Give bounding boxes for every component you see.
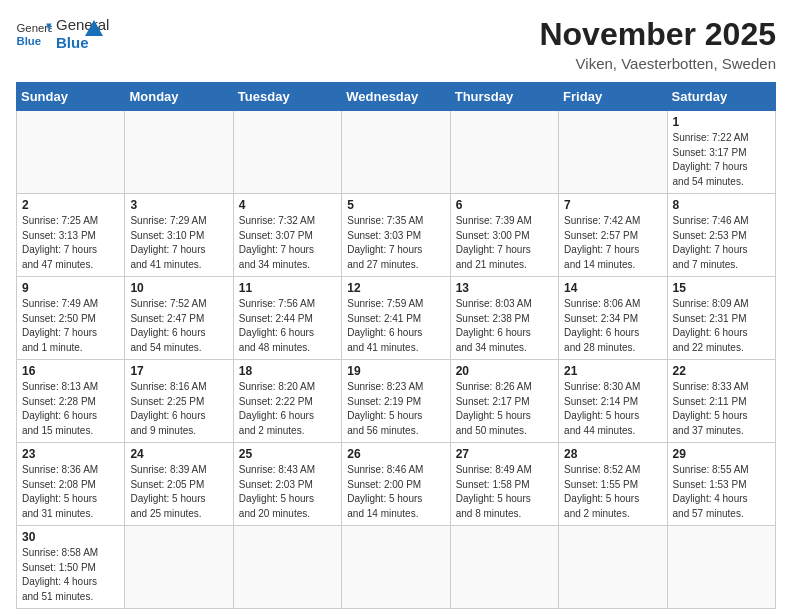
day-number: 16 [22,364,119,378]
week-row-4: 16Sunrise: 8:13 AM Sunset: 2:28 PM Dayli… [17,360,776,443]
calendar-cell [125,526,233,609]
week-row-6: 30Sunrise: 8:58 AM Sunset: 1:50 PM Dayli… [17,526,776,609]
calendar-cell: 11Sunrise: 7:56 AM Sunset: 2:44 PM Dayli… [233,277,341,360]
calendar-cell: 27Sunrise: 8:49 AM Sunset: 1:58 PM Dayli… [450,443,558,526]
day-number: 22 [673,364,770,378]
day-info: Sunrise: 7:52 AM Sunset: 2:47 PM Dayligh… [130,297,227,355]
day-info: Sunrise: 7:42 AM Sunset: 2:57 PM Dayligh… [564,214,661,272]
day-info: Sunrise: 8:03 AM Sunset: 2:38 PM Dayligh… [456,297,553,355]
day-number: 4 [239,198,336,212]
day-number: 7 [564,198,661,212]
day-info: Sunrise: 8:49 AM Sunset: 1:58 PM Dayligh… [456,463,553,521]
title-area: November 2025 Viken, Vaesterbotten, Swed… [539,16,776,72]
weekday-header-tuesday: Tuesday [233,83,341,111]
calendar-cell [559,526,667,609]
weekday-header-monday: Monday [125,83,233,111]
day-number: 24 [130,447,227,461]
weekday-header-row: SundayMondayTuesdayWednesdayThursdayFrid… [17,83,776,111]
day-number: 5 [347,198,444,212]
day-number: 8 [673,198,770,212]
day-number: 29 [673,447,770,461]
day-info: Sunrise: 7:56 AM Sunset: 2:44 PM Dayligh… [239,297,336,355]
calendar-cell: 30Sunrise: 8:58 AM Sunset: 1:50 PM Dayli… [17,526,125,609]
calendar-table: SundayMondayTuesdayWednesdayThursdayFrid… [16,82,776,609]
calendar-cell: 5Sunrise: 7:35 AM Sunset: 3:03 PM Daylig… [342,194,450,277]
calendar-cell [559,111,667,194]
day-info: Sunrise: 8:09 AM Sunset: 2:31 PM Dayligh… [673,297,770,355]
weekday-header-thursday: Thursday [450,83,558,111]
calendar-cell: 13Sunrise: 8:03 AM Sunset: 2:38 PM Dayli… [450,277,558,360]
day-info: Sunrise: 8:52 AM Sunset: 1:55 PM Dayligh… [564,463,661,521]
calendar-cell: 1Sunrise: 7:22 AM Sunset: 3:17 PM Daylig… [667,111,775,194]
day-info: Sunrise: 8:36 AM Sunset: 2:08 PM Dayligh… [22,463,119,521]
day-info: Sunrise: 8:43 AM Sunset: 2:03 PM Dayligh… [239,463,336,521]
calendar-cell: 4Sunrise: 7:32 AM Sunset: 3:07 PM Daylig… [233,194,341,277]
weekday-header-friday: Friday [559,83,667,111]
calendar-subtitle: Viken, Vaesterbotten, Sweden [539,55,776,72]
svg-marker-4 [85,20,103,36]
logo: General Blue General Blue [16,16,105,52]
weekday-header-wednesday: Wednesday [342,83,450,111]
calendar-cell [17,111,125,194]
week-row-3: 9Sunrise: 7:49 AM Sunset: 2:50 PM Daylig… [17,277,776,360]
calendar-cell: 8Sunrise: 7:46 AM Sunset: 2:53 PM Daylig… [667,194,775,277]
day-number: 23 [22,447,119,461]
calendar-cell: 15Sunrise: 8:09 AM Sunset: 2:31 PM Dayli… [667,277,775,360]
logo-triangle-icon [83,18,105,40]
calendar-cell: 12Sunrise: 7:59 AM Sunset: 2:41 PM Dayli… [342,277,450,360]
calendar-cell: 28Sunrise: 8:52 AM Sunset: 1:55 PM Dayli… [559,443,667,526]
day-info: Sunrise: 8:20 AM Sunset: 2:22 PM Dayligh… [239,380,336,438]
calendar-cell: 20Sunrise: 8:26 AM Sunset: 2:17 PM Dayli… [450,360,558,443]
day-info: Sunrise: 7:39 AM Sunset: 3:00 PM Dayligh… [456,214,553,272]
day-info: Sunrise: 7:22 AM Sunset: 3:17 PM Dayligh… [673,131,770,189]
day-info: Sunrise: 7:59 AM Sunset: 2:41 PM Dayligh… [347,297,444,355]
calendar-cell: 23Sunrise: 8:36 AM Sunset: 2:08 PM Dayli… [17,443,125,526]
day-number: 12 [347,281,444,295]
header: General Blue General Blue November 2025 … [16,16,776,72]
day-number: 2 [22,198,119,212]
svg-text:Blue: Blue [17,35,42,47]
calendar-cell: 17Sunrise: 8:16 AM Sunset: 2:25 PM Dayli… [125,360,233,443]
day-info: Sunrise: 7:49 AM Sunset: 2:50 PM Dayligh… [22,297,119,355]
day-info: Sunrise: 8:58 AM Sunset: 1:50 PM Dayligh… [22,546,119,604]
day-info: Sunrise: 8:13 AM Sunset: 2:28 PM Dayligh… [22,380,119,438]
calendar-cell [125,111,233,194]
day-number: 25 [239,447,336,461]
day-info: Sunrise: 8:16 AM Sunset: 2:25 PM Dayligh… [130,380,227,438]
calendar-cell [342,526,450,609]
day-number: 21 [564,364,661,378]
day-number: 18 [239,364,336,378]
day-number: 6 [456,198,553,212]
calendar-title: November 2025 [539,16,776,53]
day-number: 27 [456,447,553,461]
calendar-cell: 3Sunrise: 7:29 AM Sunset: 3:10 PM Daylig… [125,194,233,277]
day-info: Sunrise: 7:32 AM Sunset: 3:07 PM Dayligh… [239,214,336,272]
day-number: 19 [347,364,444,378]
calendar-cell: 24Sunrise: 8:39 AM Sunset: 2:05 PM Dayli… [125,443,233,526]
day-number: 17 [130,364,227,378]
calendar-cell: 7Sunrise: 7:42 AM Sunset: 2:57 PM Daylig… [559,194,667,277]
weekday-header-saturday: Saturday [667,83,775,111]
day-info: Sunrise: 7:29 AM Sunset: 3:10 PM Dayligh… [130,214,227,272]
day-number: 30 [22,530,119,544]
day-number: 3 [130,198,227,212]
day-number: 14 [564,281,661,295]
calendar-cell: 10Sunrise: 7:52 AM Sunset: 2:47 PM Dayli… [125,277,233,360]
day-number: 26 [347,447,444,461]
day-number: 9 [22,281,119,295]
day-number: 28 [564,447,661,461]
week-row-5: 23Sunrise: 8:36 AM Sunset: 2:08 PM Dayli… [17,443,776,526]
day-number: 11 [239,281,336,295]
day-info: Sunrise: 8:39 AM Sunset: 2:05 PM Dayligh… [130,463,227,521]
day-info: Sunrise: 8:46 AM Sunset: 2:00 PM Dayligh… [347,463,444,521]
calendar-cell: 14Sunrise: 8:06 AM Sunset: 2:34 PM Dayli… [559,277,667,360]
day-info: Sunrise: 8:55 AM Sunset: 1:53 PM Dayligh… [673,463,770,521]
day-number: 10 [130,281,227,295]
calendar-cell [342,111,450,194]
calendar-cell [233,111,341,194]
calendar-cell: 29Sunrise: 8:55 AM Sunset: 1:53 PM Dayli… [667,443,775,526]
calendar-cell: 26Sunrise: 8:46 AM Sunset: 2:00 PM Dayli… [342,443,450,526]
week-row-1: 1Sunrise: 7:22 AM Sunset: 3:17 PM Daylig… [17,111,776,194]
calendar-cell: 18Sunrise: 8:20 AM Sunset: 2:22 PM Dayli… [233,360,341,443]
calendar-cell: 21Sunrise: 8:30 AM Sunset: 2:14 PM Dayli… [559,360,667,443]
